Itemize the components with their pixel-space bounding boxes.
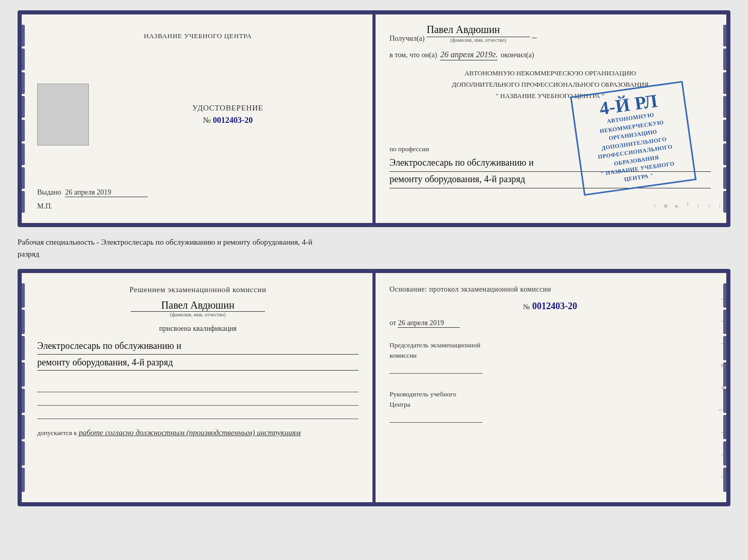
photo-area (37, 84, 89, 146)
osnov-label: Основание: протокол экзаменационной коми… (389, 285, 711, 294)
decision-name-section: Павел Авдюшин (фамилия, имя, отчество) (37, 299, 359, 317)
edge-dash-1: – (651, 30, 659, 207)
edge-dash-4: ← (684, 30, 692, 207)
issued-label: Выдано (37, 188, 61, 196)
issued-date: 26 апреля 2019 (65, 188, 148, 197)
chairman-sig-line (389, 362, 482, 374)
spine-tab-br (723, 389, 730, 413)
cert-number-prefix: № (203, 116, 211, 124)
spine-tab-br (723, 310, 730, 334)
edge-dash-2: и (662, 30, 670, 207)
cert-number-display: № 0012403-20 (97, 116, 359, 125)
cert-number-value: 0012403-20 (213, 116, 253, 124)
bottom-left-section: Выдано 26 апреля 2019 М.П. (37, 188, 359, 211)
spine-tab-br (723, 441, 730, 466)
school-name-top: НАЗВАНИЕ УЧЕБНОГО ЦЕНТРА (144, 32, 252, 40)
osnov-number-prefix: № (523, 303, 530, 311)
right-edge-marks: – и а ← – – – (651, 30, 724, 207)
recipient-label: Получил(а) (389, 35, 425, 43)
spine-tab-r (723, 72, 730, 94)
recipient-fio-block: Павел Авдюшин (фамилия, имя, отчество) (427, 24, 530, 43)
sig-line-2 (37, 394, 359, 406)
edge-dash-5: – (695, 30, 703, 207)
osnov-number-value: 0012403-20 (532, 301, 577, 311)
chairman-title-text: Председатель экзаменационной комиссии (389, 340, 711, 360)
head-label: Руководитель учебного Центра (389, 390, 456, 408)
spine-tab-r (723, 96, 730, 118)
spine-tab-br (723, 468, 730, 492)
osnov-date-value: 26 апреля 2019 (398, 319, 460, 328)
chairman-label: Председатель экзаменационной комиссии (389, 341, 480, 359)
spine-tab-r (723, 191, 730, 213)
middle-section: УДОСТОВЕРЕНИЕ № 0012403-20 (37, 84, 359, 146)
head-section: Руководитель учебного Центра (389, 389, 711, 423)
signature-lines-block (37, 381, 359, 419)
head-sig-line (389, 411, 482, 423)
osnov-date-section: от 26 апреля 2019 (389, 319, 711, 328)
bottom-right-spine (723, 283, 730, 492)
spine-tab-br (723, 362, 730, 387)
recipient-name: Павел Авдюшин (427, 24, 530, 37)
separator-line2: разряд (18, 248, 730, 260)
admission-text: работе согласно должностным (производств… (79, 428, 301, 437)
sig-line-1 (37, 381, 359, 392)
decision-fio-hint: (фамилия, имя, отчество) (37, 312, 359, 317)
date-value: 26 апреля 2019г. (440, 50, 497, 60)
mp-stamp-label: М.П. (37, 202, 53, 211)
top-doc-left-page: НАЗВАНИЕ УЧЕБНОГО ЦЕНТРА УДОСТОВЕРЕНИЕ №… (22, 14, 374, 223)
spine-tab-r (723, 120, 730, 141)
chairman-section: Председатель экзаменационной комиссии (389, 340, 711, 374)
qualification-line1: Электрослесарь по обслуживанию и (37, 338, 359, 355)
bottom-doc-left-page: Решением экзаменационной комиссии Павел … (22, 273, 374, 502)
bottom-doc-right-page: Основание: протокол экзаменационной коми… (374, 273, 726, 502)
separator-line1: Рабочая специальность - Электрослесарь п… (18, 236, 730, 248)
decision-title: Решением экзаменационной комиссии (37, 285, 359, 294)
spine-tab-r (723, 25, 730, 46)
spine-tab-br (723, 336, 730, 360)
certificate-info: УДОСТОВЕРЕНИЕ № 0012403-20 (97, 104, 359, 125)
osnov-date-prefix: от (389, 319, 396, 327)
dash-separator: – (532, 32, 537, 43)
spine-tab-r (723, 143, 730, 165)
spine-tab-r (723, 49, 730, 70)
osnov-number-section: № 0012403-20 (389, 301, 711, 312)
spine-tab-br (723, 415, 730, 439)
top-doc-right-page: Получил(а) Павел Авдюшин (фамилия, имя, … (374, 14, 726, 223)
finished-label: окончил(а) (501, 51, 534, 59)
admission-block: допускается к работе согласно должностны… (37, 428, 359, 437)
spine-tab-r (723, 167, 730, 189)
date-label: в том, что он(а) (389, 51, 437, 59)
edge-dash-3: а (673, 30, 681, 207)
decision-person-name: Павел Авдюшин (131, 299, 265, 312)
cert-title-label: УДОСТОВЕРЕНИЕ (97, 104, 359, 113)
top-document: НАЗВАНИЕ УЧЕБНОГО ЦЕНТРА УДОСТОВЕРЕНИЕ №… (18, 10, 730, 227)
issued-line: Выдано 26 апреля 2019 (37, 188, 148, 197)
bottom-document: Решением экзаменационной комиссии Павел … (18, 269, 730, 506)
right-spine-tabs (723, 25, 730, 213)
sig-line-3 (37, 408, 359, 419)
separator-text-block: Рабочая специальность - Электрослесарь п… (18, 236, 730, 260)
qualification-assigned-label: присвоена квалификация (37, 325, 359, 333)
qualification-text: Электрослесарь по обслуживанию и ремонту… (37, 338, 359, 371)
spine-tab-br (723, 283, 730, 308)
admission-label: допускается к (37, 429, 77, 437)
fio-hint-top: (фамилия, имя, отчество) (427, 37, 530, 43)
qualification-line2: ремонту оборудования, 4-й разряд (37, 355, 359, 371)
head-title-text: Руководитель учебного Центра (389, 389, 711, 409)
edge-dash-6: – (706, 30, 713, 207)
